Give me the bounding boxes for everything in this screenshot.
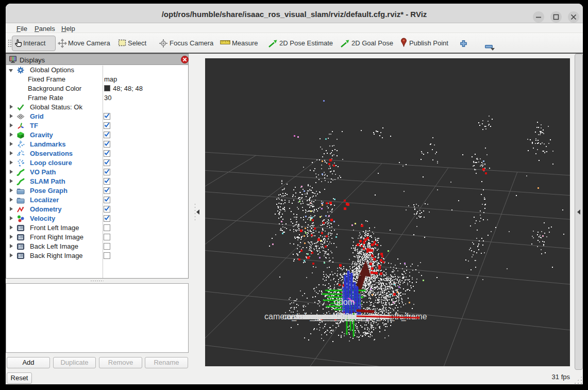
svg-text:odom: odom xyxy=(334,298,355,306)
